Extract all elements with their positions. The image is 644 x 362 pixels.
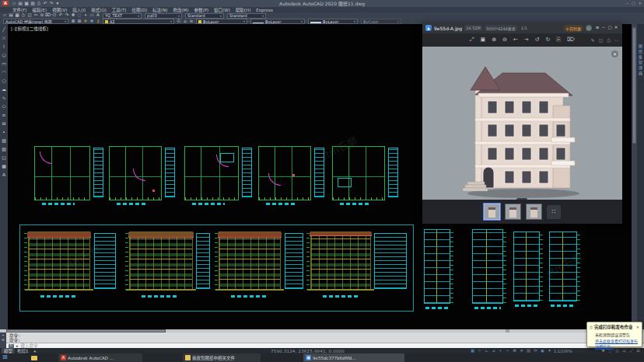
autocad-logo-icon[interactable]: A xyxy=(2,1,9,6)
command-wrench-icon[interactable]: ✦ xyxy=(2,334,4,337)
floor-plan-drawing-5[interactable] xyxy=(332,146,385,200)
zoom-out-icon[interactable]: ⊖ xyxy=(502,37,507,43)
insert-block-icon[interactable]: ⧈ xyxy=(1,111,8,118)
autoscale-icon[interactable]: ✦ xyxy=(547,348,552,353)
elevation-legend-2[interactable] xyxy=(196,233,210,289)
redo-icon[interactable]: ↷ xyxy=(64,13,70,19)
tab-layout1[interactable]: 布局1 xyxy=(15,348,31,353)
gradient-icon[interactable]: ▧ xyxy=(1,145,8,152)
viewer-close-icon[interactable]: ✕ xyxy=(613,26,619,31)
taskbar-item-image-viewer[interactable]: ▣ 9e55dc377b6d6fd... xyxy=(303,353,404,362)
viewport-controls[interactable]: [-][俯视][二维线框] xyxy=(11,26,48,32)
redo-icon[interactable]: ↷ xyxy=(48,1,54,6)
color-combo[interactable]: ByLayer▾ xyxy=(196,19,247,24)
minimize-button[interactable]: ─ xyxy=(626,2,628,5)
compare-icon[interactable]: ◫ xyxy=(599,38,604,43)
hatch-icon[interactable]: ▨ xyxy=(1,137,8,144)
table-icon[interactable]: ▦ xyxy=(1,162,8,169)
tab-add-layout[interactable]: + xyxy=(31,348,40,353)
mtext-icon[interactable]: A xyxy=(1,171,8,178)
floor-plan-drawing-1[interactable] xyxy=(34,146,90,200)
viewer-maximize-icon[interactable]: ▢ xyxy=(607,26,613,31)
viewer-avatar[interactable]: ☺ xyxy=(586,25,592,31)
elevation-drawing-2[interactable] xyxy=(129,231,193,291)
elevation-legend-3[interactable] xyxy=(285,233,303,289)
layer-combo[interactable]: 42▾ xyxy=(103,19,174,24)
grid-icon[interactable]: ▦ xyxy=(470,348,475,353)
rectangle-icon[interactable]: ▭ xyxy=(1,60,8,67)
plan-legend-3[interactable] xyxy=(242,148,252,197)
isolate-objects-icon[interactable]: ▭ xyxy=(621,348,627,353)
layer-properties-icon[interactable]: ≣ xyxy=(70,19,76,24)
workspace-switch-icon[interactable]: ✱ xyxy=(600,348,606,353)
properties-icon[interactable]: ▭ xyxy=(89,13,95,19)
popup-details-link[interactable]: 单击此处查看打印和发布详细信息... xyxy=(595,338,639,349)
match-properties-icon[interactable]: ⌬ xyxy=(51,13,58,19)
command-history[interactable]: 命令:命令: xyxy=(6,332,644,343)
viewer-menu-icon[interactable]: ≡ xyxy=(594,26,600,31)
line-icon[interactable]: ╱ xyxy=(1,26,8,33)
vertical-scrollbar-thumb[interactable] xyxy=(632,27,636,144)
ellipse-icon[interactable]: ⬭ xyxy=(1,103,8,110)
save-icon[interactable]: ▦ xyxy=(23,1,30,6)
fit-window-icon[interactable]: ▣ xyxy=(481,37,486,43)
open-icon[interactable]: ▤ xyxy=(8,13,14,19)
close-button[interactable]: ✕ xyxy=(639,2,642,5)
section-drawing-4[interactable] xyxy=(549,231,577,301)
new-icon[interactable]: ▱ xyxy=(2,13,8,19)
next-image-icon[interactable]: → xyxy=(524,37,529,43)
lineweight-combo[interactable]: ByLayer▾ xyxy=(308,19,358,24)
table-style-combo[interactable]: Standard▾ xyxy=(185,13,224,19)
ortho-icon[interactable]: ∟ xyxy=(484,348,489,353)
command-input[interactable]: C: ▸ 键入命令 xyxy=(6,343,644,348)
text-style-combo[interactable]: YQ_TEXT▾ xyxy=(103,13,142,19)
copy-icon[interactable]: ⧉ xyxy=(39,13,45,19)
layer-lock-icon[interactable]: ⚷ xyxy=(95,19,101,24)
thumbnail-3[interactable] xyxy=(526,204,542,220)
arc-icon[interactable]: ◠ xyxy=(1,68,8,75)
plot-icon[interactable]: ⎙ xyxy=(20,13,26,19)
menu-express[interactable]: Express xyxy=(256,8,272,12)
otrack-icon[interactable]: ⌁ xyxy=(505,348,510,353)
elevation-drawing-3[interactable] xyxy=(219,231,281,291)
osnap-icon[interactable]: ⌖ xyxy=(498,348,503,353)
dynamic-input-icon[interactable]: ⊞ xyxy=(512,348,517,353)
delete-image-icon[interactable]: ⌦ xyxy=(567,37,575,43)
viewer-titlebar[interactable]: ▲ 9e55d-A.jpg 14.52M 3000*4244像素 1/1 十日特… xyxy=(422,23,622,33)
copy-image-icon[interactable]: ⎘ xyxy=(556,37,561,43)
thumbnail-1[interactable] xyxy=(484,204,500,220)
elevation-drawing-4[interactable] xyxy=(310,231,371,291)
fullscreen-icon[interactable]: ⤢ xyxy=(470,37,474,43)
lineweight-display-icon[interactable]: ≡ xyxy=(519,348,524,353)
layer-states-icon[interactable]: ⊞ xyxy=(76,19,82,24)
make-current-icon[interactable]: ⎘ xyxy=(176,19,182,24)
linetype-combo[interactable]: ByLayer▾ xyxy=(250,19,305,24)
floor-plan-drawing-2[interactable] xyxy=(109,146,162,200)
dim-style-combo[interactable]: pq03▾ xyxy=(145,13,182,19)
circle-icon[interactable]: ○ xyxy=(1,77,8,84)
elevation-legend-4[interactable] xyxy=(374,233,407,289)
clean-screen-icon[interactable]: ⤢ xyxy=(628,348,634,353)
revcloud-icon[interactable]: ☁ xyxy=(1,85,8,92)
section-drawing-3[interactable] xyxy=(513,231,540,301)
layer-on-icon[interactable]: ☀ xyxy=(82,19,89,24)
plan-legend-2[interactable] xyxy=(165,148,175,197)
elevation-drawing-1[interactable] xyxy=(28,231,90,291)
zoom-realtime-icon[interactable]: ◌ xyxy=(76,13,82,19)
taskbar-item-autocad[interactable]: A Autodesk AutoCAD ... xyxy=(58,353,142,362)
paste-icon[interactable]: ⌦ xyxy=(45,13,51,19)
save-icon[interactable]: ▦ xyxy=(14,13,20,19)
pan-icon[interactable]: ✥ xyxy=(70,13,76,19)
layer-filter-icon[interactable]: ≋ xyxy=(188,19,194,24)
region-icon[interactable]: ◱ xyxy=(1,154,8,161)
new-icon[interactable]: ▱ xyxy=(11,1,17,6)
maximize-button[interactable]: ▢ xyxy=(632,2,635,5)
undo-icon[interactable]: ↶ xyxy=(58,13,64,19)
file-explorer-icon[interactable] xyxy=(31,356,37,360)
mleader-style-combo[interactable]: Standard▾ xyxy=(227,13,266,19)
plan-legend-4[interactable] xyxy=(314,148,324,197)
zoom-in-icon[interactable]: ⊕ xyxy=(492,37,496,43)
snap-icon[interactable]: ⌗ xyxy=(477,348,482,353)
more-icon[interactable]: ⋯ xyxy=(614,38,619,43)
edit-image-icon[interactable]: ✎ xyxy=(590,38,594,43)
